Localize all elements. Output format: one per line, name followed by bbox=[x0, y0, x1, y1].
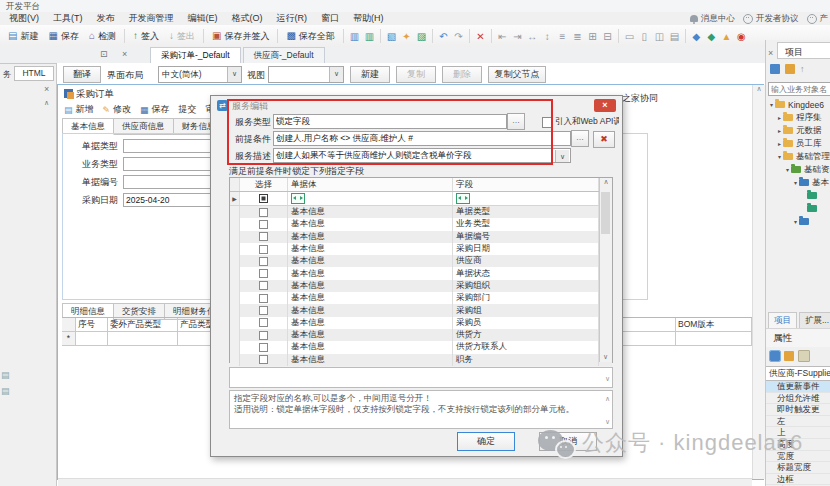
close-icon[interactable]: × bbox=[768, 48, 773, 58]
horizontal-scrollbar[interactable] bbox=[58, 478, 752, 486]
tree-expander-icon[interactable]: ▾ bbox=[784, 166, 791, 173]
tree-expander-icon[interactable]: ▾ bbox=[776, 153, 783, 160]
property-row[interactable]: 宽度 bbox=[766, 451, 830, 463]
menu-item[interactable]: 运行(R) bbox=[270, 12, 315, 25]
row-checkbox[interactable] bbox=[259, 355, 268, 364]
selected-object[interactable]: 供应商-FSupplier bbox=[766, 366, 830, 381]
property-row[interactable]: 分组允许维 bbox=[766, 393, 830, 405]
property-row[interactable]: 高度 bbox=[766, 439, 830, 451]
dock-pin-close-icons[interactable]: ⊡ × bbox=[100, 49, 133, 59]
table-row[interactable]: 基本信息供货方 bbox=[230, 329, 612, 341]
table-row[interactable]: 基本信息采购日期 bbox=[230, 243, 612, 255]
row-checkbox[interactable] bbox=[259, 343, 268, 352]
tree-item[interactable]: ▸程序集 bbox=[766, 111, 830, 124]
message-center-link[interactable]: 消息中心 bbox=[690, 13, 735, 25]
toolbar-icon[interactable]: ▥ bbox=[347, 31, 362, 42]
clear-condition-button[interactable]: ✖ bbox=[593, 131, 615, 148]
row-checkbox[interactable] bbox=[259, 318, 268, 327]
table-scrollbar[interactable]: ∧ ∨ bbox=[599, 178, 612, 362]
toolbar-icon[interactable]: ▨ bbox=[414, 31, 429, 42]
table-row[interactable]: 基本信息供应商 bbox=[230, 255, 612, 267]
tree-item[interactable] bbox=[766, 202, 830, 215]
row-checkbox[interactable] bbox=[259, 306, 268, 315]
menu-item[interactable]: 工具(T) bbox=[46, 12, 90, 25]
tree-item[interactable]: ▾ bbox=[766, 215, 830, 228]
field-input[interactable] bbox=[123, 157, 219, 171]
menu-item[interactable]: 格式(O) bbox=[225, 12, 270, 25]
toolbar-icon[interactable]: ≡ bbox=[555, 31, 570, 42]
ellipsis-button[interactable]: … bbox=[507, 113, 525, 130]
dialog-close-button[interactable]: × bbox=[594, 99, 616, 112]
table-row[interactable]: 基本信息采购员 bbox=[230, 317, 612, 329]
checkbox-cell[interactable] bbox=[240, 292, 288, 304]
table-row[interactable]: 基本信息供货方联系人 bbox=[230, 341, 612, 353]
form-toolbar-tail[interactable]: 之家协同 bbox=[622, 92, 658, 105]
document-tab[interactable]: 采购订单-_Default bbox=[150, 47, 241, 63]
row-checkbox[interactable] bbox=[259, 281, 268, 290]
menu-item[interactable]: 开发商管理 bbox=[122, 12, 181, 25]
filter-cell[interactable] bbox=[288, 192, 453, 205]
checkbox-cell[interactable] bbox=[240, 255, 288, 267]
toolbar-button[interactable]: ▤新建 bbox=[3, 28, 43, 45]
layout-select[interactable]: 中文(简体) ∨ bbox=[158, 66, 242, 83]
project-panel-tab[interactable]: 项目 bbox=[777, 42, 830, 59]
search-input[interactable] bbox=[768, 82, 830, 96]
property-row[interactable]: 标题宽度 bbox=[766, 462, 830, 474]
page-icon[interactable] bbox=[798, 350, 810, 362]
product-link[interactable]: 产 bbox=[807, 13, 829, 25]
grid-cell[interactable] bbox=[76, 332, 108, 345]
cancel-button[interactable]: 取消 bbox=[539, 432, 597, 451]
document-tab[interactable]: 供应商-_Default bbox=[243, 47, 325, 63]
toolbar-icon[interactable]: ↕ bbox=[540, 31, 555, 42]
toolbar-icon[interactable]: ↔ bbox=[525, 31, 540, 42]
toolbar-button[interactable]: ↓签出 bbox=[164, 28, 200, 45]
tree-item[interactable]: ▾基本 bbox=[766, 176, 830, 189]
sort-icon[interactable] bbox=[784, 351, 794, 361]
row-checkbox[interactable] bbox=[259, 232, 268, 241]
form-toolbar-button[interactable]: ▦保存 bbox=[140, 103, 170, 116]
toolbar-icon[interactable]: ◆ bbox=[689, 31, 704, 42]
tree-expander-icon[interactable]: ▾ bbox=[768, 101, 775, 108]
close-icon[interactable]: × bbox=[44, 84, 49, 94]
checkbox-cell[interactable] bbox=[240, 280, 288, 292]
delete-button[interactable]: 删除 bbox=[442, 66, 482, 83]
property-row[interactable]: 边框 bbox=[766, 474, 830, 486]
toolbar-icon[interactable]: ◉ bbox=[734, 31, 749, 42]
form-toolbar-button[interactable]: ▤新增 bbox=[64, 103, 94, 116]
toolbar-icon[interactable]: ↶ bbox=[436, 31, 451, 42]
menu-item[interactable]: 帮助(H) bbox=[346, 12, 391, 25]
checkbox-cell[interactable] bbox=[240, 218, 288, 230]
toolbar-icon[interactable]: ▤ bbox=[667, 31, 682, 42]
select-all-checkbox[interactable] bbox=[259, 194, 268, 203]
checkbox-cell[interactable] bbox=[240, 206, 288, 218]
grid-cell[interactable] bbox=[676, 332, 752, 345]
copy-parent-button[interactable]: 复制父节点 bbox=[488, 66, 546, 83]
toolbar-icon[interactable]: ⊟ bbox=[600, 31, 615, 42]
toolbar-icon[interactable]: ✦ bbox=[399, 31, 414, 42]
copy-button[interactable]: 复制 bbox=[396, 66, 436, 83]
checkbox-cell[interactable] bbox=[240, 329, 288, 341]
tree-item[interactable]: ▸元数据 bbox=[766, 124, 830, 137]
checkbox-cell[interactable] bbox=[240, 317, 288, 329]
tree-expander-icon[interactable]: ▸ bbox=[776, 114, 783, 121]
up-arrow-icon[interactable]: ↑ bbox=[800, 64, 805, 74]
table-icon[interactable]: ▤ bbox=[1, 370, 10, 380]
table-row[interactable]: 基本信息业务类型 bbox=[230, 218, 612, 230]
row-checkbox[interactable] bbox=[259, 245, 268, 254]
toolbar-icon[interactable]: ▯ bbox=[637, 31, 652, 42]
categorize-icon[interactable] bbox=[770, 351, 780, 361]
toolbar-button[interactable]: ⌂检测 bbox=[84, 28, 121, 45]
checkbox-cell[interactable] bbox=[240, 243, 288, 255]
tree-item[interactable]: ▸员工库 bbox=[766, 137, 830, 150]
left-dock-tab[interactable]: 务 bbox=[3, 69, 12, 81]
checkbox-cell[interactable] bbox=[240, 267, 288, 279]
toolbar-icon[interactable]: ◫ bbox=[652, 31, 667, 42]
folder-icon[interactable] bbox=[785, 64, 795, 74]
tree-expander-icon[interactable]: ▾ bbox=[792, 218, 799, 225]
tree-item[interactable]: ▾基础资料 bbox=[766, 163, 830, 176]
property-row[interactable]: 值更新事件 bbox=[766, 381, 830, 393]
checkbox-cell[interactable] bbox=[240, 304, 288, 316]
menu-item[interactable]: 视图(V) bbox=[2, 12, 46, 25]
table-row[interactable]: 基本信息采购组 bbox=[230, 304, 612, 316]
filter-checkbox-cell[interactable] bbox=[240, 192, 288, 205]
